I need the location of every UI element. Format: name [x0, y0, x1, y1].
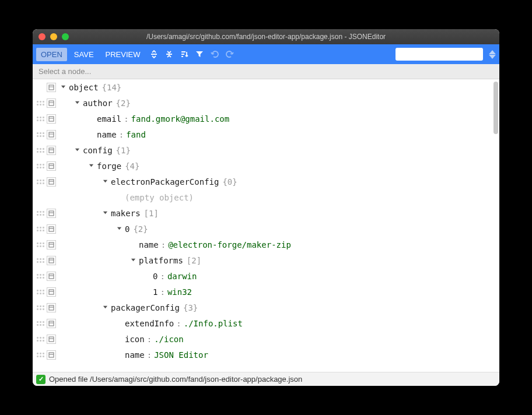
node-key[interactable]: platforms — [139, 256, 183, 265]
caret-icon[interactable] — [60, 85, 66, 90]
tree-row[interactable]: config{1} — [33, 142, 492, 158]
node-value[interactable]: ./Info.plist — [184, 319, 243, 328]
node-key[interactable]: config — [83, 146, 113, 155]
node-key[interactable]: electronPackagerConfig — [111, 177, 219, 187]
drag-handle-icon[interactable] — [36, 208, 44, 219]
maximize-window-button[interactable] — [62, 33, 69, 40]
tree-row[interactable]: makers[1] — [33, 205, 492, 221]
tree-row[interactable]: packagerConfig{3} — [33, 300, 492, 315]
undo-icon[interactable] — [208, 48, 221, 61]
save-button[interactable]: SAVE — [69, 48, 99, 61]
caret-icon[interactable] — [74, 147, 80, 153]
search-prev-icon[interactable] — [489, 50, 496, 54]
node-menu-icon[interactable] — [47, 130, 56, 139]
caret-icon[interactable] — [116, 226, 123, 231]
caret-icon[interactable] — [102, 210, 108, 216]
node-menu-icon[interactable] — [47, 319, 56, 328]
caret-icon[interactable] — [130, 258, 136, 263]
drag-handle-icon[interactable] — [36, 129, 44, 140]
drag-handle-icon[interactable] — [36, 145, 44, 156]
drag-handle-icon[interactable] — [36, 303, 44, 313]
tree-row[interactable]: author{2} — [33, 95, 492, 111]
node-menu-icon[interactable] — [47, 99, 56, 108]
node-key[interactable]: object — [69, 83, 99, 92]
tree-row[interactable]: icon:./icon — [33, 331, 492, 347]
search-box[interactable] — [396, 48, 483, 61]
node-value[interactable]: @electron-forge/maker-zip — [168, 240, 291, 249]
node-menu-icon[interactable] — [47, 256, 56, 265]
node-value[interactable]: win32 — [167, 287, 192, 297]
json-tree[interactable]: object{14}author{2}email:fand.gmork@gmai… — [33, 79, 492, 372]
node-value[interactable]: JSON Editor — [154, 350, 208, 360]
node-key[interactable]: forge — [97, 161, 121, 171]
tree-row[interactable]: 1:win32 — [33, 284, 492, 300]
node-menu-icon[interactable] — [47, 224, 56, 234]
tree-row[interactable]: name:@electron-forge/maker-zip — [33, 237, 492, 252]
node-menu-icon[interactable] — [47, 146, 56, 155]
node-key[interactable]: packagerConfig — [111, 303, 180, 312]
tree-row[interactable]: object{14} — [33, 79, 492, 95]
collapse-all-icon[interactable] — [163, 48, 176, 61]
drag-handle-icon[interactable] — [36, 271, 44, 282]
tree-row[interactable]: extendInfo:./Info.plist — [33, 315, 492, 331]
drag-handle-icon[interactable] — [36, 318, 44, 329]
redo-icon[interactable] — [223, 48, 236, 61]
drag-handle-icon[interactable] — [36, 240, 44, 250]
tree-row[interactable]: name:fand — [33, 126, 492, 142]
scrollbar-thumb[interactable] — [494, 82, 498, 134]
node-menu-icon[interactable] — [47, 114, 56, 124]
node-key[interactable]: name — [125, 350, 145, 360]
open-button[interactable]: OPEN — [36, 48, 67, 61]
node-index[interactable]: 0 — [125, 224, 130, 234]
tree-row[interactable]: forge{4} — [33, 158, 492, 174]
tree-row[interactable]: platforms[2] — [33, 252, 492, 268]
node-index[interactable]: 1 — [153, 287, 158, 297]
node-value[interactable]: fand.gmork@gmail.com — [131, 114, 230, 124]
node-key[interactable]: extendInfo — [125, 319, 174, 328]
node-key[interactable]: name — [97, 130, 117, 139]
node-menu-icon[interactable] — [47, 177, 56, 187]
caret-icon[interactable] — [88, 163, 94, 168]
node-menu-icon[interactable] — [47, 303, 56, 312]
tree-row[interactable]: electronPackagerConfig{0} — [33, 174, 492, 189]
drag-handle-icon[interactable] — [36, 177, 44, 187]
drag-handle-icon[interactable] — [36, 224, 44, 234]
node-menu-icon[interactable] — [47, 161, 56, 171]
node-menu-icon[interactable] — [47, 83, 56, 92]
node-key[interactable]: icon — [125, 335, 145, 344]
minimize-window-button[interactable] — [50, 33, 57, 40]
node-key[interactable]: author — [83, 99, 113, 108]
drag-handle-icon[interactable] — [36, 114, 44, 124]
node-index[interactable]: 0 — [153, 272, 158, 281]
node-value[interactable]: fand — [126, 130, 146, 139]
node-key[interactable]: email — [97, 114, 121, 124]
tree-row[interactable]: 0{2} — [33, 221, 492, 237]
tree-row[interactable]: (empty object) — [33, 189, 492, 205]
node-key[interactable]: name — [139, 240, 159, 249]
close-window-button[interactable] — [38, 33, 46, 40]
drag-handle-icon[interactable] — [36, 161, 44, 171]
sort-icon[interactable] — [178, 48, 191, 61]
node-menu-icon[interactable] — [47, 209, 56, 218]
drag-handle-icon[interactable] — [36, 287, 44, 297]
search-next-icon[interactable] — [489, 55, 496, 59]
node-menu-icon[interactable] — [47, 240, 56, 249]
caret-icon[interactable] — [74, 100, 80, 105]
filter-icon[interactable] — [193, 48, 206, 61]
node-key[interactable]: makers — [111, 209, 141, 218]
node-menu-icon[interactable] — [47, 350, 56, 360]
node-menu-icon[interactable] — [47, 335, 56, 344]
tree-row[interactable]: 0:darwin — [33, 268, 492, 284]
drag-handle-icon[interactable] — [36, 255, 44, 266]
drag-handle-icon[interactable] — [36, 334, 44, 344]
drag-handle-icon[interactable] — [36, 350, 44, 360]
tree-row[interactable]: name:JSON Editor — [33, 347, 492, 363]
search-input[interactable] — [401, 50, 489, 58]
node-value[interactable]: ./icon — [154, 335, 184, 344]
tree-row[interactable]: email:fand.gmork@gmail.com — [33, 111, 492, 126]
node-menu-icon[interactable] — [47, 272, 56, 281]
node-value[interactable]: darwin — [167, 272, 197, 281]
caret-icon[interactable] — [102, 179, 108, 184]
expand-all-icon[interactable] — [148, 48, 160, 61]
node-menu-icon[interactable] — [47, 287, 56, 297]
